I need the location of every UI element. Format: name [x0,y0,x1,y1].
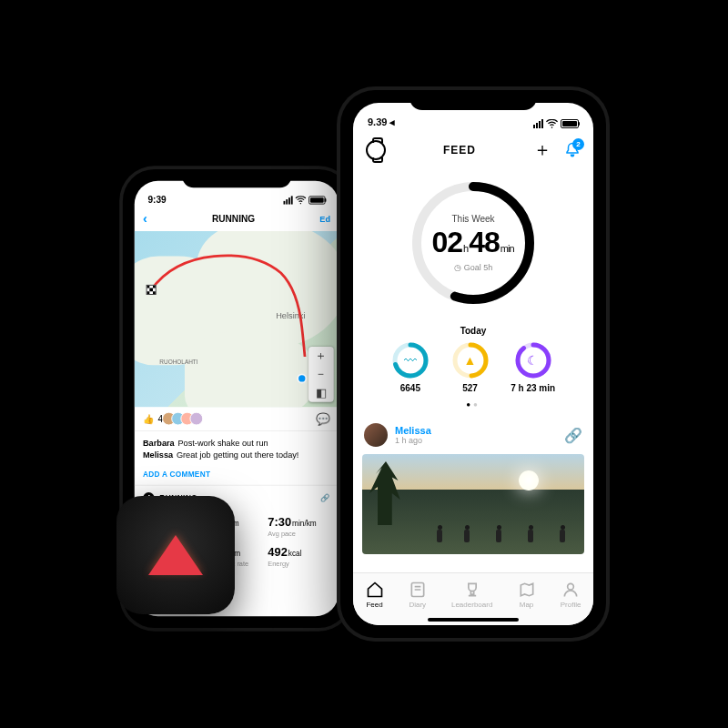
feed-user-name[interactable]: Melissa [395,425,431,436]
stat-energy: 492kcalEnergy [268,541,330,571]
ring-label: This Week [451,214,494,224]
avatar[interactable] [364,423,388,447]
runner-graphic [462,525,471,545]
feed-card[interactable]: Melissa 1 h ago 🔗 [362,416,584,554]
wifi-icon [295,196,306,204]
metric-steps[interactable]: 〰 6645 [391,341,430,393]
triangle-logo-icon [148,535,203,575]
tab-diary[interactable]: Diary [409,581,427,609]
map-zoom-controls: ＋ － ◧ [308,347,334,402]
ring-goal: ◷Goal 5h [454,263,493,272]
comments-list: BarbaraPost-work shake out run MelissaGr… [135,431,339,467]
home-icon [366,581,384,599]
tab-feed[interactable]: Feed [366,581,384,609]
sun-graphic [519,470,539,490]
feed-image[interactable] [362,454,584,554]
trees-graphic [369,461,410,525]
diary-icon [409,581,427,599]
add-comment-button[interactable]: ADD A COMMENT [135,467,339,485]
feed-header: FEED ＋ 2 [353,130,593,171]
back-button[interactable]: ‹ [143,211,147,227]
comment-item: MelissaGreat job getting out there today… [143,449,330,461]
watch-icon[interactable] [366,140,386,160]
zoom-out-button[interactable]: － [308,365,334,383]
profile-icon [561,581,580,599]
home-indicator[interactable] [428,618,519,622]
status-time: 9:39 [147,195,166,205]
svg-point-9 [568,583,574,590]
notification-badge: 2 [572,138,584,150]
tab-map[interactable]: Map [518,581,536,609]
signal-icon [533,119,543,128]
edit-button[interactable]: Ed [319,214,330,223]
notch [182,169,291,187]
app-icon-tile[interactable] [116,496,235,614]
page-dots[interactable]: ●● [353,400,593,409]
phone-feed: 9.39 ◂ FEED ＋ 2 [337,86,610,642]
notch [410,90,537,110]
map-area-label: RUOHOLAHTI [159,359,197,365]
like-button[interactable]: 👍 [143,413,155,424]
weekly-progress[interactable]: This Week 02h48min ◷Goal 5h [353,171,593,320]
runner-graphic [494,525,503,545]
today-label: Today [353,326,593,336]
flame-icon: ▲ [451,341,490,379]
detail-header: ‹ RUNNING Ed [135,206,339,231]
social-bar: 👍 4 💬 [135,407,339,431]
battery-icon [308,196,325,204]
steps-icon: 〰 [391,341,430,379]
notifications-button[interactable]: 2 [564,142,581,158]
today-metrics: 〰 6645 ▲ 527 ☾ 7 h 23 min [353,341,593,393]
stat-pace: 7:30min/kmAvg pace [268,511,330,541]
status-time: 9.39 ◂ [368,116,395,128]
feed-title: FEED [443,144,476,157]
tab-leaderboard[interactable]: Leaderboard [451,581,492,609]
wifi-icon [546,119,558,128]
route-map[interactable]: Helsinki RUOHOLAHTI ＋ － ◧ [135,231,339,407]
trophy-icon [463,581,481,599]
route-line [135,231,339,357]
activity-link-icon[interactable]: 🔗 [320,494,330,502]
runner-graphic [558,525,567,545]
metric-sleep[interactable]: ☾ 7 h 23 min [511,341,555,393]
map-icon [518,581,536,599]
route-start-flag-icon [147,285,157,295]
comment-icon[interactable]: 💬 [316,412,330,426]
signal-icon [284,196,293,204]
route-end-marker-icon [297,373,307,383]
detail-title: RUNNING [212,214,255,224]
metric-calories[interactable]: ▲ 527 [451,341,490,393]
tab-profile[interactable]: Profile [561,581,581,609]
runner-graphic [435,525,444,545]
add-button[interactable]: ＋ [533,137,551,162]
ring-value: 02h48min [431,226,514,259]
battery-icon [561,119,579,128]
runner-graphic [526,525,535,545]
feed-time: 1 h ago [395,436,431,445]
comment-item: BarbaraPost-work shake out run [143,436,330,449]
map-layers-button[interactable]: ◧ [308,383,334,401]
liker-avatars[interactable] [167,412,203,426]
clock-icon: ◷ [454,263,461,272]
feed-link-icon[interactable]: 🔗 [564,427,582,444]
zoom-in-button[interactable]: ＋ [308,347,334,365]
moon-icon: ☾ [514,341,552,379]
